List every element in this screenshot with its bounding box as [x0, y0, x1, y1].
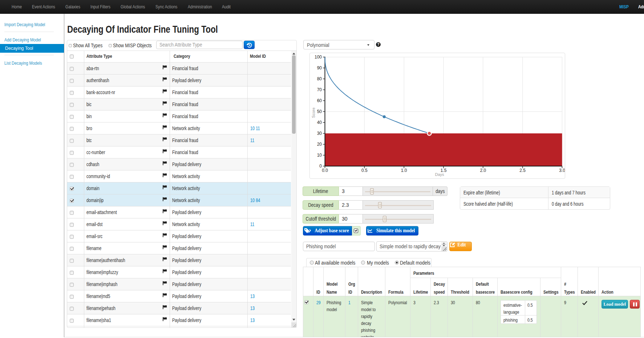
svg-text:50: 50 [317, 109, 322, 114]
svg-text:70: 70 [317, 87, 322, 92]
svg-text:90: 90 [317, 65, 322, 71]
svg-text:40: 40 [317, 120, 322, 125]
svg-text:20: 20 [317, 142, 322, 147]
svg-text:0.5: 0.5 [361, 168, 368, 173]
svg-text:2.5: 2.5 [519, 168, 526, 173]
svg-text:30: 30 [317, 131, 322, 136]
svg-text:1.0: 1.0 [401, 168, 407, 173]
svg-text:80: 80 [317, 76, 322, 81]
svg-text:Score: Score [311, 108, 316, 118]
svg-text:10: 10 [317, 153, 322, 158]
svg-text:60: 60 [317, 98, 322, 103]
svg-text:0.0: 0.0 [322, 168, 328, 173]
svg-text:100: 100 [315, 55, 322, 60]
svg-text:2.0: 2.0 [480, 168, 486, 173]
svg-text:3.0: 3.0 [559, 168, 565, 173]
svg-text:Days: Days [435, 172, 444, 177]
